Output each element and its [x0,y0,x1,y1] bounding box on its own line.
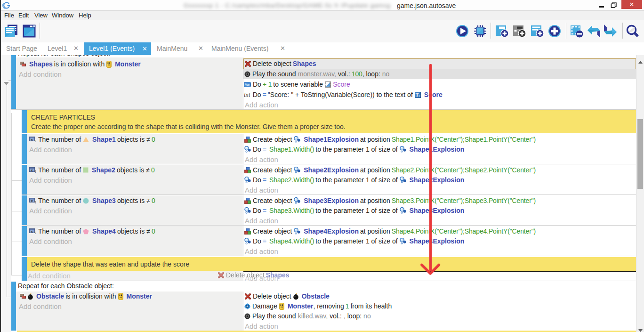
svg-text:x: x [419,94,420,97]
svg-text:?: ? [34,139,36,143]
svg-text:Var: Var [245,83,250,86]
svg-text:?: ? [34,231,36,235]
svg-text:?: ? [34,200,36,204]
svg-text:?: ? [34,170,36,173]
